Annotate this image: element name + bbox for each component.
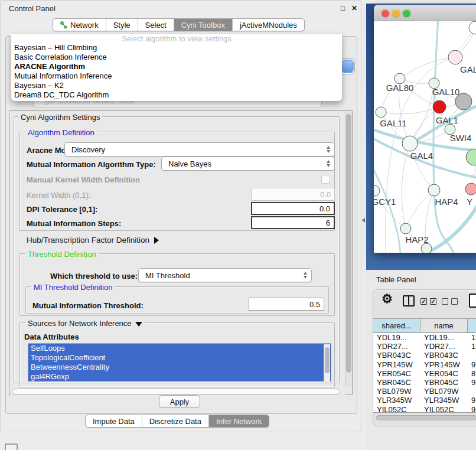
table-cell[interactable]: YBR045C xyxy=(373,378,420,387)
minimize-traffic-light-icon[interactable] xyxy=(392,9,400,17)
close-traffic-light-icon[interactable] xyxy=(382,9,389,17)
table-cell[interactable]: 9 xyxy=(468,405,476,413)
deselect-all-checkbox-icon-2[interactable] xyxy=(451,298,458,305)
tab-infer-network[interactable]: Infer Network xyxy=(209,415,269,427)
data-attribute-item[interactable]: SelfLoops xyxy=(28,344,331,353)
close-icon[interactable]: ✕ xyxy=(351,4,357,12)
table-cell[interactable]: YBR045C xyxy=(420,378,468,387)
table-row[interactable]: YBR045CYBR045C9. xyxy=(373,378,476,387)
split-columns-icon[interactable] xyxy=(403,295,415,306)
table-column-header[interactable]: shared... xyxy=(373,319,420,332)
algorithm-option[interactable]: Bayesian – Hill Climbing xyxy=(11,43,342,53)
table-cell[interactable]: YPR145W xyxy=(420,360,468,369)
gear-icon[interactable]: ⚙ xyxy=(382,292,393,306)
network-window-titlebar[interactable] xyxy=(374,5,476,21)
table-cell[interactable] xyxy=(468,387,476,396)
split-pane-gripper-icon[interactable] xyxy=(362,218,365,223)
table-cell[interactable]: YDL19... xyxy=(373,333,420,342)
mi-steps-input[interactable]: 6 xyxy=(251,216,335,229)
table-row[interactable]: YBR043CYBR043C xyxy=(373,351,476,360)
algorithm-option[interactable]: Mutual Information Inference xyxy=(11,71,342,81)
table-cell[interactable]: YER054C xyxy=(373,369,420,378)
data-attribute-item[interactable]: BetweennessCentrality xyxy=(28,363,331,372)
network-canvas[interactable]: GALGAL80GAL10GAL1GAL11SWI4GAL4GCY1HAP4YH… xyxy=(374,21,476,253)
new-table-icon[interactable] xyxy=(469,294,476,308)
zoom-traffic-light-icon[interactable] xyxy=(403,9,410,17)
deselect-all-checkbox-icon[interactable] xyxy=(442,298,448,305)
table-cell[interactable]: YER054C xyxy=(420,369,468,378)
data-attribute-item[interactable]: gal4RGexp xyxy=(28,372,331,381)
table-row[interactable]: YDL19...YDL19...13 xyxy=(373,333,476,342)
network-node-Y[interactable] xyxy=(465,183,476,195)
table-cell[interactable]: 9. xyxy=(468,396,476,405)
network-view-window[interactable]: GALGAL80GAL10GAL1GAL11SWI4GAL4GCY1HAP4YH… xyxy=(374,5,476,253)
table-cell[interactable]: YDR27... xyxy=(373,342,420,351)
network-node-GAL11[interactable] xyxy=(376,107,386,118)
table-horizontal-scrollbar[interactable] xyxy=(375,415,476,421)
scrollbar-thumb[interactable] xyxy=(346,114,351,373)
network-node[interactable] xyxy=(466,149,476,165)
table-cell[interactable]: 13 xyxy=(468,333,476,342)
tab-jactivemnodules[interactable]: jActiveMNodules xyxy=(233,19,304,31)
table-cell[interactable]: YDR27... xyxy=(420,342,468,351)
scrollbar-thumb[interactable] xyxy=(12,389,340,394)
hub-section-toggle[interactable]: Hub/Transcription Factor Definition xyxy=(27,236,159,244)
select-all-checkbox-icon[interactable]: ✓ xyxy=(420,298,427,305)
table-column-header[interactable] xyxy=(468,319,476,332)
restore-icon[interactable]: □ xyxy=(341,4,345,12)
attr-list-scrollbar[interactable] xyxy=(324,344,330,383)
manual-kernel-checkbox[interactable] xyxy=(321,175,330,184)
kernel-width-input[interactable]: 0.0 xyxy=(251,188,335,201)
settings-vertical-scrollbar[interactable] xyxy=(345,112,352,387)
network-node[interactable] xyxy=(421,243,432,253)
data-attribute-item[interactable]: TopologicalCoefficient xyxy=(28,353,331,363)
table-cell[interactable]: YIL052C xyxy=(373,405,420,413)
table-cell[interactable]: YPR145W xyxy=(373,360,420,369)
network-node-HAP2[interactable] xyxy=(400,223,411,234)
minimized-panel-icon[interactable] xyxy=(5,444,18,450)
algorithm-option[interactable]: Basic Correlation Inference xyxy=(11,53,342,62)
scrollbar-thumb[interactable] xyxy=(325,347,330,373)
tab-cyni-toolbox[interactable]: Cyni Toolbox xyxy=(174,19,233,31)
table-cell[interactable]: YIL052C xyxy=(420,405,468,413)
table-cell[interactable] xyxy=(468,351,476,360)
table-row[interactable]: YLR345WYLR345W9. xyxy=(373,396,476,405)
table-row[interactable]: YBL079WYBL079W xyxy=(373,387,476,396)
mi-threshold-input[interactable]: 0.5 xyxy=(249,298,324,311)
dpi-tolerance-input[interactable]: 0.0 xyxy=(251,202,335,215)
scrollbar-thumb[interactable] xyxy=(376,415,476,420)
mi-type-combo[interactable]: Naive Bayes xyxy=(161,156,335,171)
network-node-GAL[interactable] xyxy=(448,50,462,64)
aracne-mode-combo[interactable]: Discovery xyxy=(64,142,335,156)
table-row[interactable]: YIL052CYIL052C9 xyxy=(373,405,476,413)
tab-discretize-data[interactable]: Discretize Data xyxy=(142,415,209,427)
table-cell[interactable]: YLR345W xyxy=(373,396,420,405)
table-row[interactable]: YPR145WYPR145W9. xyxy=(373,360,476,369)
table-cell[interactable]: YBR043C xyxy=(420,351,468,360)
settings-horizontal-scrollbar[interactable] xyxy=(11,389,345,395)
table-cell[interactable]: YBL079W xyxy=(420,387,468,396)
table-cell[interactable]: 8. xyxy=(468,369,476,378)
table-cell[interactable]: YDL19... xyxy=(420,333,468,342)
table-cell[interactable]: YLR345W xyxy=(420,396,468,405)
table-cell[interactable]: YBR043C xyxy=(373,351,420,360)
data-attributes-list[interactable]: SelfLoopsTopologicalCoefficientBetweenne… xyxy=(28,343,331,383)
tab-impute-data[interactable]: Impute Data xyxy=(86,415,142,427)
algorithm-option[interactable]: ARACNE Algorithm xyxy=(11,62,342,71)
network-node-GAL1[interactable] xyxy=(433,100,446,113)
network-node-GCY1[interactable] xyxy=(374,185,380,196)
sources-title-row[interactable]: Sources for Network Inference xyxy=(25,319,145,328)
tab-select[interactable]: Select xyxy=(138,19,174,31)
apply-button[interactable]: Apply xyxy=(159,395,200,408)
network-node-GAL4[interactable] xyxy=(402,136,418,151)
table-row[interactable]: YDR27...YDR27...12 xyxy=(373,342,476,351)
table-cell[interactable]: YBL079W xyxy=(373,387,420,396)
algorithm-option[interactable]: Bayesian – K2 xyxy=(11,81,342,90)
select-all-checkbox-icon-2[interactable]: ✓ xyxy=(430,298,436,305)
table-cell[interactable]: 9. xyxy=(468,360,476,369)
network-node[interactable] xyxy=(469,21,476,34)
table-cell[interactable]: 9. xyxy=(468,378,476,387)
tab-network[interactable]: Network xyxy=(53,19,106,31)
which-threshold-combo[interactable]: MI Threshold xyxy=(138,268,312,282)
algorithm-option[interactable]: Dream8 DC_TDC Algorithm xyxy=(11,90,342,100)
